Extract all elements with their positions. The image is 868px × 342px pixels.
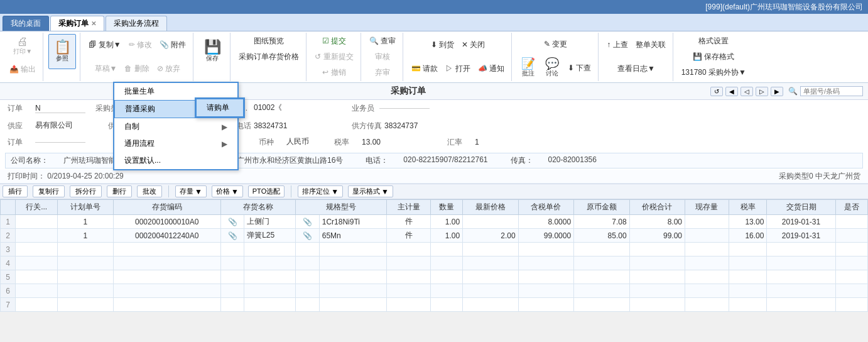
arrival-label: ⬇ 到货 xyxy=(431,40,454,50)
delete-row-button[interactable]: 删行 xyxy=(107,185,132,197)
row-2-tax-total[interactable]: 99.00 xyxy=(629,229,685,243)
nav-prev-button[interactable]: ◁ xyxy=(741,87,753,96)
attachment-button[interactable]: 📎 附件 xyxy=(156,38,189,52)
row-1-unit[interactable]: 件 xyxy=(387,215,431,229)
row-num-6: 6 xyxy=(1,284,16,298)
row-2-inventory-name[interactable]: 弹簧L25 xyxy=(244,229,296,243)
row-num-1: 1 xyxy=(1,215,16,229)
row-1-is-flag[interactable] xyxy=(835,215,867,229)
row-2-inventory-code[interactable]: 0002004012240A0 xyxy=(113,229,220,243)
change-button[interactable]: ✎ 变更 xyxy=(541,37,570,52)
row-1-latest-price[interactable] xyxy=(463,215,518,229)
row-2-spec[interactable]: 65Mn xyxy=(319,229,386,243)
blueprint-preview-button[interactable]: 图纸预览 xyxy=(251,34,287,48)
arrival-button[interactable]: ⬇ 到货 xyxy=(428,38,457,52)
row-1-spec[interactable]: 1Cr18Ni9Ti xyxy=(319,215,386,229)
copy-row-button[interactable]: 复制行 xyxy=(33,185,65,197)
row-1-tax-rate[interactable]: 13.00 xyxy=(729,215,767,229)
print-button[interactable]: 🖨 打印▼ xyxy=(10,34,35,58)
discuss-button[interactable]: 💬 讨论 xyxy=(541,56,563,80)
view-log-button[interactable]: 查看日志▼ xyxy=(614,62,658,76)
row-1-qty[interactable]: 1.00 xyxy=(431,215,463,229)
format-settings-button[interactable]: 格式设置 xyxy=(695,34,732,48)
submit-button[interactable]: ☑ 提交 xyxy=(319,34,349,48)
revoke-button[interactable]: ↩ 撤销 xyxy=(319,65,349,80)
tab-purchase-order-close[interactable]: ✕ xyxy=(91,20,96,27)
save-format-button[interactable]: 💾 保存格式 xyxy=(690,50,737,64)
row-2-current-stock[interactable] xyxy=(685,229,729,243)
row-2-qty[interactable]: 1.00 xyxy=(431,229,463,243)
row-1-delivery-date[interactable]: 2019-01-31 xyxy=(767,215,835,229)
row-1-orig-amount[interactable]: 7.08 xyxy=(574,215,629,229)
tab-home[interactable]: 我的桌面 xyxy=(3,16,49,31)
abandon-review-button[interactable]: 弃审 xyxy=(371,65,394,80)
pto-dropdown[interactable]: PTO选配 xyxy=(248,185,285,197)
query-review-button[interactable]: 🔍 查审 xyxy=(366,34,399,48)
approve-button[interactable]: 审核 xyxy=(371,50,394,64)
tab-purchase-order[interactable]: 采购订单 ✕ xyxy=(50,16,104,31)
dropdown-item-mass-gen-label: 批量生单 xyxy=(124,86,155,97)
dropdown-item-self-made[interactable]: 自制 ▶ xyxy=(114,118,237,135)
order-price-button[interactable]: 采购订单存货价格 xyxy=(236,50,302,64)
sub-popup-request-order[interactable]: 请购单 xyxy=(196,99,244,117)
row-2-tax-rate[interactable]: 16.00 xyxy=(729,229,767,243)
row-2-related[interactable] xyxy=(16,229,58,243)
batch-modify-button[interactable]: 批改 xyxy=(137,185,162,197)
batch-approve-button[interactable]: 📝 批注 xyxy=(517,56,540,80)
insert-row-button[interactable]: 插行 xyxy=(3,185,28,197)
row-1-related[interactable] xyxy=(16,215,58,229)
company-address-value: 广州市永和经济区黄旗山路16号 xyxy=(237,155,343,166)
sort-dropdown[interactable]: 排序定位 ▼ xyxy=(298,185,343,197)
open-order-button[interactable]: ▷ 打开 xyxy=(442,62,473,76)
stock-dropdown[interactable]: 存量 ▼ xyxy=(175,185,207,197)
display-format-dropdown[interactable]: 显示格式 ▼ xyxy=(348,185,393,197)
dropdown-item-general-flow[interactable]: 通用流程 ▶ xyxy=(114,135,237,152)
price-dropdown[interactable]: 价格 ▼ xyxy=(212,185,243,197)
row-1-tax-price[interactable]: 8.0000 xyxy=(518,215,573,229)
abandon-button[interactable]: ⊘ 放弃 xyxy=(154,62,183,76)
copy-button[interactable]: 🗐 复制▼ xyxy=(85,38,124,52)
row-2-plan-num[interactable]: 1 xyxy=(58,229,113,243)
nav-refresh-button[interactable]: ↺ xyxy=(710,87,723,96)
notify-button[interactable]: 📣 通知 xyxy=(475,62,507,76)
delete-button[interactable]: 🗑 删除 xyxy=(121,62,152,76)
resubmit-button[interactable]: ↺ 重新提交 xyxy=(312,50,356,64)
row-2-latest-price[interactable]: 2.00 xyxy=(463,229,518,243)
nav-up-button[interactable]: ↑ 上查 xyxy=(604,38,631,52)
draft-button[interactable]: 草稿▼ xyxy=(92,62,121,76)
field-tax-rate: 税率 13.00 xyxy=(334,137,399,148)
stock-dropdown-arrow: ▼ xyxy=(195,187,202,196)
modify-button[interactable]: ✏ 修改 xyxy=(126,38,155,52)
nav-first-button[interactable]: ◀ xyxy=(725,87,738,96)
submit-label: ☑ 提交 xyxy=(322,36,346,47)
down-query-label: ⬇ 下查 xyxy=(568,63,591,74)
request-payment-button[interactable]: 💳 请款 xyxy=(408,62,441,76)
down-query-button[interactable]: ⬇ 下查 xyxy=(565,61,594,75)
row-1-current-stock[interactable] xyxy=(685,215,729,229)
nav-whole-button[interactable]: 整单关联 xyxy=(632,38,669,52)
row-2-delivery-date[interactable]: 2019-01-31 xyxy=(767,229,835,243)
dropdown-item-set-default[interactable]: 设置默认... xyxy=(114,152,237,169)
row-1-inventory-name[interactable]: 上侧门 xyxy=(244,215,296,229)
row-2-orig-amount[interactable]: 85.00 xyxy=(574,229,629,243)
order-price-label: 采购订单存货价格 xyxy=(239,52,299,62)
row-1-plan-num[interactable]: 1 xyxy=(58,215,113,229)
tab-purchase-flow[interactable]: 采购业务流程 xyxy=(106,16,167,31)
dropdown-item-set-default-label: 设置默认... xyxy=(124,155,161,166)
format-value-button[interactable]: 131780 采购外协▼ xyxy=(678,65,749,80)
row-2-is-flag[interactable] xyxy=(835,229,867,243)
nav-next-button[interactable]: ▷ xyxy=(756,87,768,96)
nav-search-input[interactable] xyxy=(800,86,863,96)
reference-button[interactable]: 📋 参照 xyxy=(48,34,76,69)
split-row-button[interactable]: 拆分行 xyxy=(70,185,102,197)
row-1-tax-total[interactable]: 8.00 xyxy=(629,215,685,229)
row-1-inventory-code[interactable]: 0002001000010A0 xyxy=(113,215,220,229)
nav-last-button[interactable]: ▶ xyxy=(771,87,783,96)
row-2-unit[interactable]: 件 xyxy=(387,229,431,243)
row-3-c1[interactable] xyxy=(16,243,58,256)
close-order-button[interactable]: ✕ 关闭 xyxy=(458,38,488,52)
row-2-tax-price[interactable]: 99.0000 xyxy=(518,229,573,243)
save-button[interactable]: 💾 保存 xyxy=(198,34,226,69)
data-table-container: 行关... 计划单号 存货编码 存货名称 规格型号 主计量 数量 最新价格 含税… xyxy=(0,199,868,312)
export-button[interactable]: 📤 输出 xyxy=(6,62,39,77)
